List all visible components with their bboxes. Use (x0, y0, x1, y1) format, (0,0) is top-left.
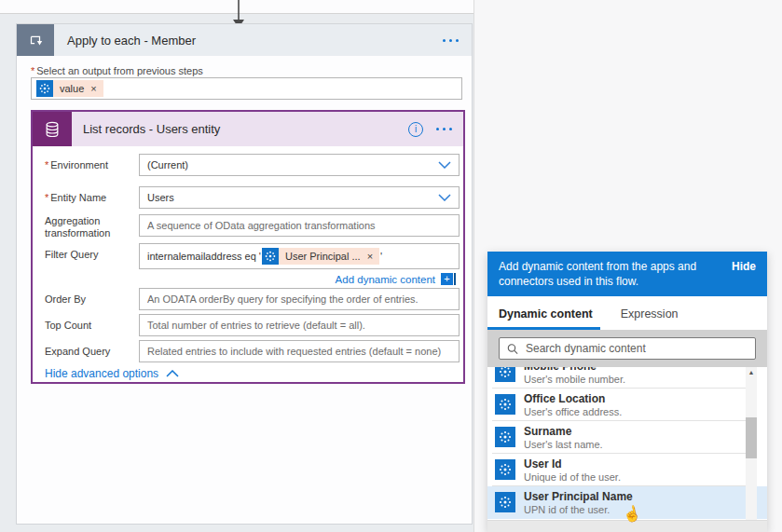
search-input[interactable] (526, 342, 748, 355)
required-marker: * (45, 159, 48, 171)
filter-query-input[interactable]: internalemailaddress eq ' User Princip (139, 243, 460, 269)
dataverse-token-icon (495, 492, 515, 512)
aggregation-input-wrap (139, 214, 460, 237)
plus-icon: + (441, 273, 453, 285)
dataverse-token-icon (262, 248, 279, 265)
filter-query-label: Filter Query (45, 249, 136, 261)
list-records-menu-button[interactable] (436, 128, 452, 130)
panel-header: Add dynamic content from the apps and co… (487, 252, 767, 296)
hide-advanced-options-label: Hide advanced options (45, 367, 158, 380)
apply-to-each-header[interactable]: Apply to each - Member (17, 24, 472, 56)
list-records-header[interactable]: List records - Users entity i (33, 112, 463, 146)
item-title: User Principal Name (524, 490, 633, 503)
item-title: Surname (524, 425, 603, 438)
dataverse-token-icon (495, 367, 515, 382)
add-dynamic-content-label: Add dynamic content (336, 274, 435, 285)
dataverse-token-icon (495, 427, 515, 447)
list-item-user-id[interactable]: User Id Unique id of the user. (487, 454, 767, 486)
list-item-office-location[interactable]: Office Location User's office address. (487, 389, 767, 421)
dynamic-content-list: Mobile Phone User's mobile number. Offic… (487, 367, 767, 520)
list-item-mobile-phone[interactable]: Mobile Phone User's mobile number. (487, 367, 767, 389)
expand-query-input[interactable] (147, 346, 451, 357)
item-title: User Id (524, 457, 621, 471)
list-scroll-content: Mobile Phone User's mobile number. Offic… (487, 367, 767, 519)
environment-dropdown[interactable]: (Current) (139, 154, 460, 176)
item-subtitle: User's mobile number. (524, 373, 625, 386)
entity-name-dropdown[interactable]: Users (139, 186, 460, 209)
top-count-label: Top Count (45, 320, 136, 332)
chevron-down-icon (438, 194, 451, 201)
token-label: User Principal ... × (279, 248, 379, 265)
environment-label: *Environment (45, 159, 136, 171)
flow-designer-canvas: Apply to each - Member *Select an output… (0, 0, 782, 532)
order-by-input[interactable] (147, 293, 451, 305)
dataverse-token-icon (495, 394, 515, 415)
dataverse-token-icon (495, 459, 515, 480)
environment-value: (Current) (147, 159, 188, 171)
scrollbar-up-arrow[interactable]: ▲ (746, 367, 757, 377)
list-item-surname[interactable]: Surname User's last name. (487, 421, 767, 454)
hide-panel-button[interactable]: Hide (732, 259, 756, 274)
apply-to-each-loop-icon (17, 24, 54, 56)
hide-advanced-options-link[interactable]: Hide advanced options (45, 367, 179, 380)
item-subtitle: Unique id of the user. (524, 471, 621, 484)
value-token-chip[interactable]: value × (36, 80, 103, 97)
entity-name-label: *Entity Name (45, 192, 136, 204)
add-dynamic-content-link[interactable]: Add dynamic content + (336, 273, 456, 285)
apply-to-each-menu-button[interactable] (443, 39, 459, 42)
list-records-title: List records - Users entity (83, 122, 220, 136)
panel-tabs: Dynamic content Expression (487, 296, 767, 330)
dataverse-token-icon (36, 80, 53, 97)
remove-token-button[interactable]: × (90, 84, 96, 94)
chevron-down-icon (438, 161, 451, 169)
text-caret-icon (454, 273, 456, 285)
mouse-hand-cursor-icon: ☝ (621, 503, 642, 525)
tab-expression[interactable]: Expression (621, 307, 679, 330)
output-field-label: *Select an output from previous steps (31, 65, 203, 76)
output-input[interactable]: value × (31, 77, 462, 100)
chevron-up-icon (166, 370, 179, 377)
filter-query-text-after: ' (380, 251, 382, 262)
list-scrollbar[interactable]: ▲ (746, 367, 757, 520)
item-subtitle: User's last name. (524, 438, 603, 451)
item-title: Office Location (524, 392, 622, 405)
item-subtitle: User's office address. (524, 405, 622, 418)
value-token-label: value × (53, 80, 103, 97)
top-count-input[interactable] (147, 320, 451, 331)
scrollbar-thumb[interactable] (746, 417, 757, 458)
filter-query-text-before: internalemailaddress eq ' (147, 251, 261, 262)
order-by-input-wrap (139, 288, 460, 310)
required-marker: * (45, 192, 48, 203)
search-icon (507, 343, 518, 355)
search-strip (487, 330, 767, 367)
user-principal-name-token-chip[interactable]: User Principal ... × (262, 248, 379, 265)
dataverse-database-icon (33, 112, 72, 146)
top-count-input-wrap (139, 314, 460, 336)
list-records-body: *Environment (Current) *Entity Name User… (33, 146, 463, 382)
aggregation-label: Aggregation transformation (45, 215, 136, 239)
expand-query-input-wrap (139, 340, 460, 362)
apply-to-each-scope: Apply to each - Member *Select an output… (16, 23, 473, 525)
list-records-card: List records - Users entity i *Environme… (31, 110, 465, 384)
remove-token-button[interactable]: × (367, 252, 373, 262)
panel-header-text: Add dynamic content from the apps and co… (499, 260, 696, 288)
tab-dynamic-content[interactable]: Dynamic content (499, 307, 593, 330)
apply-to-each-title: Apply to each - Member (67, 34, 196, 48)
item-subtitle: UPN id of the user. (524, 503, 633, 516)
expand-query-label: Expand Query (45, 346, 136, 358)
required-marker: * (31, 65, 34, 76)
aggregation-input[interactable] (147, 220, 451, 231)
order-by-label: Order By (45, 293, 136, 306)
info-icon[interactable]: i (408, 122, 423, 137)
entity-name-value: Users (147, 192, 174, 203)
search-box[interactable] (499, 337, 756, 360)
dynamic-content-panel: Add dynamic content from the apps and co… (487, 252, 767, 532)
active-tab-underline (487, 327, 600, 330)
